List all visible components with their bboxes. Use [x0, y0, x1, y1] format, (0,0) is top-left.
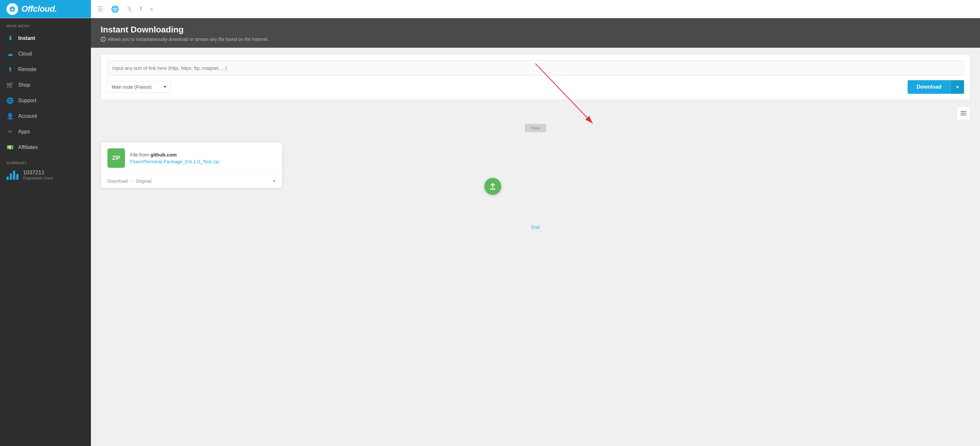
info-icon: i [101, 37, 106, 42]
sidebar-item-apps[interactable]: ✂ Apps [0, 124, 91, 140]
content-inner: Main route (France) Secondary route (USA… [91, 48, 980, 446]
sidebar-label-shop: Shop [18, 82, 84, 88]
registered-users-label: Registered Users [23, 176, 53, 180]
now-label: Now [525, 124, 546, 132]
download-icon: ⬇ [6, 35, 14, 42]
facebook-icon[interactable]: f [140, 6, 142, 12]
remote-icon: ⬆ [6, 66, 14, 73]
list-icon [961, 111, 966, 116]
shop-icon: 🛒 [6, 81, 14, 89]
footer-dot: • [131, 178, 132, 184]
content-area: Instant Downloading i Allows you to inst… [91, 18, 980, 446]
sidebar-item-account[interactable]: 👤 Account [0, 108, 91, 124]
download-card-footer: Download • Original ▾ [101, 174, 282, 188]
download-button[interactable]: Download [908, 80, 950, 94]
summary-bars-icon [6, 170, 19, 180]
bar-1 [6, 177, 9, 180]
sidebar-label-remote: Remote [18, 67, 84, 72]
sidebar-item-remote[interactable]: ⬆ Remote [0, 62, 91, 77]
twitter-icon[interactable]: 𝕏 [127, 5, 132, 13]
sidebar-item-cloud[interactable]: ☁ Cloud [0, 46, 91, 62]
source-domain: github.com [151, 152, 177, 158]
page-subtitle-text: Allows you to instantaneously download o… [108, 37, 269, 42]
main-menu-label: MAIN MENU [0, 18, 91, 30]
sidebar-label-account: Account [18, 113, 84, 119]
globe-icon[interactable]: 🌐 [111, 5, 119, 13]
sidebar-item-affiliates[interactable]: 💵 Affiliates [0, 140, 91, 155]
apps-icon: ✂ [6, 128, 14, 135]
logo-icon [6, 3, 18, 15]
sidebar-label-affiliates: Affiliates [18, 145, 84, 150]
summary-stats: 1037211 Registered Users [6, 169, 84, 180]
bar-4 [16, 174, 19, 180]
sidebar-label-instant: Instant [18, 35, 84, 41]
page-subtitle: i Allows you to instantaneously download… [101, 37, 970, 42]
page-header: Instant Downloading i Allows you to inst… [91, 18, 980, 48]
support-icon: 🌐 [6, 97, 14, 104]
download-filename[interactable]: FluentTerminal.Package_0.6.1.0_Test.zip [130, 159, 219, 164]
sidebar-item-shop[interactable]: 🛒 Shop [0, 77, 91, 93]
logo-text: Offcloud. [21, 4, 57, 14]
svg-rect-4 [961, 115, 966, 116]
sidebar-summary: SUMMARY 1037211 Registered Users [0, 155, 91, 183]
upload-icon [488, 182, 497, 191]
cloud-icon: ☁ [6, 50, 14, 57]
logo-area: Offcloud. [0, 0, 91, 18]
sidebar-item-support[interactable]: 🌐 Support [0, 93, 91, 108]
zip-label: ZIP [112, 155, 121, 161]
download-dropdown-arrow[interactable]: ▼ [950, 80, 964, 94]
url-input-card: Main route (France) Secondary route (USA… [101, 54, 970, 100]
end-label: End [531, 225, 539, 230]
summary-label: SUMMARY [6, 161, 84, 165]
sidebar-label-apps: Apps [18, 129, 84, 135]
menu-icon[interactable]: ☰ [97, 5, 103, 13]
more-icon[interactable]: » [150, 5, 153, 13]
summary-text: 1037211 Registered Users [23, 169, 53, 180]
expand-icon[interactable]: ▾ [273, 178, 275, 184]
download-card: ZIP File from github.com FluentTerminal.… [101, 142, 282, 188]
upload-circle[interactable] [484, 178, 501, 195]
url-controls: Main route (France) Secondary route (USA… [107, 80, 964, 94]
topbar: Offcloud. ☰ 🌐 𝕏 f » [0, 0, 980, 18]
main-layout: MAIN MENU ⬇ Instant ☁ Cloud ⬆ Remote 🛒 S… [0, 18, 980, 446]
footer-action: Download [107, 178, 127, 184]
bar-3 [13, 171, 15, 180]
page-title: Instant Downloading [101, 25, 970, 35]
download-info: File from github.com FluentTerminal.Pack… [130, 152, 219, 164]
list-view-toggle[interactable] [957, 107, 970, 120]
svg-rect-2 [961, 111, 966, 112]
zip-icon: ZIP [107, 148, 125, 168]
route-select[interactable]: Main route (France) Secondary route (USA… [107, 81, 171, 93]
svg-rect-3 [961, 113, 966, 114]
sidebar-label-cloud: Cloud [18, 51, 84, 57]
sidebar: MAIN MENU ⬇ Instant ☁ Cloud ⬆ Remote 🛒 S… [0, 18, 91, 446]
sidebar-item-instant[interactable]: ⬇ Instant [0, 30, 91, 46]
source-prefix: File from [130, 152, 151, 158]
affiliates-icon: 💵 [6, 144, 14, 151]
url-input[interactable] [107, 61, 964, 76]
footer-type: Original [136, 178, 151, 184]
download-card-header: ZIP File from github.com FluentTerminal.… [101, 142, 282, 174]
download-button-group: Download ▼ [908, 80, 964, 94]
account-icon: 👤 [6, 113, 14, 120]
topbar-icons: ☰ 🌐 𝕏 f » [91, 5, 160, 13]
footer-left: Download • Original [107, 178, 151, 184]
bar-2 [10, 173, 12, 180]
sidebar-label-support: Support [18, 98, 84, 104]
registered-users-count: 1037211 [23, 169, 53, 176]
timeline-area: Now ZIP File from github.com FluentTermi… [101, 107, 970, 236]
download-source: File from github.com [130, 152, 219, 158]
